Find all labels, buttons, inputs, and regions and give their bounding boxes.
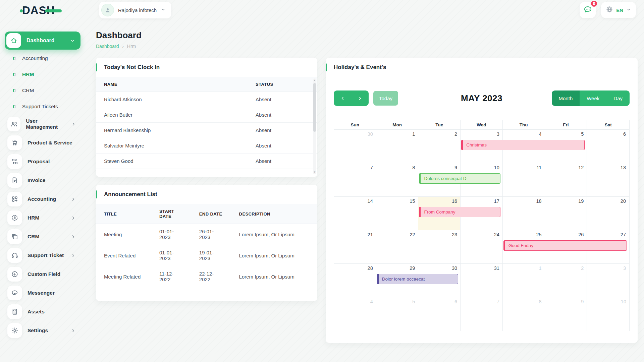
sidebar-item-product-service[interactable]: Product & Service: [0, 133, 83, 152]
calendar-day-cell[interactable]: 28: [334, 264, 376, 297]
calendar-day-cell[interactable]: 7: [461, 297, 503, 331]
calendar-day-cell[interactable]: 1: [503, 264, 545, 297]
calculator-icon-box: [7, 304, 22, 319]
calendar-event[interactable]: Christmas: [461, 140, 585, 150]
calendar-day-cell[interactable]: 13: [587, 163, 629, 196]
prev-month-button[interactable]: [334, 90, 351, 106]
sidebar-item-hrm[interactable]: HRM: [0, 208, 83, 227]
calendar-body: Today MAY 2023 MonthWeekDay SunMonTueWed…: [326, 90, 638, 339]
calendar-day-cell[interactable]: 3: [587, 264, 629, 297]
calendar-day-cell[interactable]: 8: [376, 163, 419, 196]
messages-button[interactable]: 0: [580, 2, 596, 18]
calendar-card-header: Holiday's & Event's: [326, 58, 638, 77]
table-header-row: TITLESTART DATEEND DATEDESCRIPTION: [96, 204, 317, 224]
calendar-event[interactable]: From Company: [419, 207, 500, 217]
chevron-down-icon: [161, 7, 166, 13]
calendar-day-cell[interactable]: 24: [461, 230, 503, 263]
calendar-day-cell[interactable]: 8: [503, 297, 545, 331]
sidebar-item-label: User Management: [26, 118, 66, 130]
sidebar-item-proposal[interactable]: Proposal: [0, 152, 83, 171]
sidebar-item-support-ticket[interactable]: Support Ticket: [0, 246, 83, 265]
calendar-day-cell[interactable]: 22: [376, 230, 419, 263]
calendar-day-cell[interactable]: 18: [503, 197, 545, 230]
breadcrumb-separator: ›: [122, 44, 124, 49]
calendar-day-cell[interactable]: 14: [334, 197, 376, 230]
calendar-day-cell[interactable]: 6: [418, 297, 461, 331]
plus-circle-icon-box: [7, 267, 22, 282]
sidebar-item-label: Assets: [28, 309, 45, 315]
chev-right-icon: [358, 96, 363, 101]
sidebar-item-settings[interactable]: Settings: [0, 321, 83, 340]
chev-right-icon: [71, 253, 76, 258]
announcement-card-title: Announcement List: [104, 191, 157, 198]
sidebar-subitem-support-tickets[interactable]: Support Tickets: [0, 99, 83, 115]
calendar-day-cell[interactable]: 30: [334, 130, 376, 163]
crm-icon: [11, 233, 18, 240]
sidebar-item-crm[interactable]: CRM: [0, 227, 83, 246]
calendar-day-cell[interactable]: 19: [545, 197, 587, 230]
sidebar-item-accounting[interactable]: Accounting: [0, 190, 83, 208]
calendar-day-cell[interactable]: 11: [503, 163, 545, 196]
table-row: Richard Atkinson Absent: [96, 92, 317, 107]
calendar-day-cell[interactable]: 5: [376, 297, 419, 331]
brand-logo[interactable]: DASH: [22, 5, 62, 16]
scroll-up-icon[interactable]: ▲: [313, 79, 316, 82]
column-header: STATUS: [248, 77, 317, 92]
chev-left-icon: [340, 96, 345, 101]
calendar-day-cell[interactable]: 9: [545, 297, 587, 331]
view-day-button[interactable]: Day: [606, 90, 630, 106]
sidebar-subitem-accounting[interactable]: Accounting: [0, 50, 83, 66]
announcement-start-date: 01-01-2023: [151, 245, 191, 266]
sidebar-item-label: Accounting: [28, 196, 56, 202]
employee-name: Aileen Butler: [96, 107, 248, 123]
calendar-event[interactable]: Dolor lorem occaecat: [377, 274, 458, 284]
table-scrollbar[interactable]: ▲ ▼: [313, 78, 316, 174]
calendar-day-cell[interactable]: 2: [545, 264, 587, 297]
calendar-event[interactable]: Good Friday: [503, 240, 627, 251]
scrollbar-thumb[interactable]: [313, 83, 316, 132]
calendar-week-row: 28293031123Dolor lorem occaecat: [334, 264, 629, 297]
sidebar-item-user-management[interactable]: User Management: [0, 115, 83, 133]
view-month-button[interactable]: Month: [552, 90, 580, 106]
sidebar-item-label: Proposal: [28, 159, 50, 165]
chat-icon: [11, 289, 18, 297]
calendar-day-cell[interactable]: 10: [587, 297, 629, 331]
sidebar-item-custom-field[interactable]: Custom Field: [0, 265, 83, 284]
sidebar-subitem-label: HRM: [22, 71, 34, 77]
language-selector[interactable]: EN: [601, 2, 636, 18]
table-row: Event Related 01-01-2023 19-01-2023 Lore…: [96, 245, 317, 266]
calendar-grid: SunMonTueWedThuFriSat 30123456Christmas7…: [334, 120, 630, 331]
breadcrumb-dashboard-link[interactable]: Dashboard: [96, 44, 119, 49]
calendar-day-cell[interactable]: 6: [587, 130, 629, 163]
sidebar-subitem-crm[interactable]: CRM: [0, 82, 83, 99]
sidebar-subitem-hrm[interactable]: HRM: [0, 66, 83, 82]
view-week-button[interactable]: Week: [580, 90, 606, 106]
calendar-day-cell[interactable]: 1: [376, 130, 419, 163]
calendar-day-cell[interactable]: 23: [418, 230, 461, 263]
calendar-day-cell[interactable]: 2: [418, 130, 461, 163]
breadcrumb: Dashboard › Hrm: [96, 44, 638, 49]
calendar-day-headers: SunMonTueWedThuFriSat: [334, 120, 629, 130]
next-month-button[interactable]: [351, 90, 369, 106]
calendar-week-row: 78910111213Dolores consequat D: [334, 163, 629, 197]
headset-icon: [11, 252, 18, 259]
calendar-day-cell[interactable]: 12: [545, 163, 587, 196]
today-button[interactable]: Today: [373, 91, 398, 106]
calendar-event[interactable]: Dolores consequat D: [419, 173, 500, 184]
calendar-day-cell[interactable]: 31: [461, 264, 503, 297]
calendar-day-cell[interactable]: 7: [334, 163, 376, 196]
calendar-day-cell[interactable]: 20: [587, 197, 629, 230]
sidebar-item-dashboard[interactable]: Dashboard: [5, 32, 80, 50]
sidebar-item-assets[interactable]: Assets: [0, 302, 83, 321]
table-row: Meeting Related 11-12-2022 22-12-2022 Lo…: [96, 266, 317, 287]
scroll-down-icon[interactable]: ▼: [313, 171, 316, 174]
table-row: Bernard Blankenship Absent: [96, 123, 317, 138]
sidebar-item-invoice[interactable]: Invoice: [0, 171, 83, 190]
calendar-day-cell[interactable]: 4: [334, 297, 376, 331]
calendar-day-cell[interactable]: 15: [376, 197, 419, 230]
sidebar-subitem-label: CRM: [22, 87, 34, 94]
company-selector[interactable]: Rajodiya infotech: [99, 2, 171, 18]
clockin-card-title: Today's Not Clock In: [104, 64, 160, 71]
calendar-day-cell[interactable]: 21: [334, 230, 376, 263]
sidebar-item-messenger[interactable]: Messenger: [0, 284, 83, 302]
